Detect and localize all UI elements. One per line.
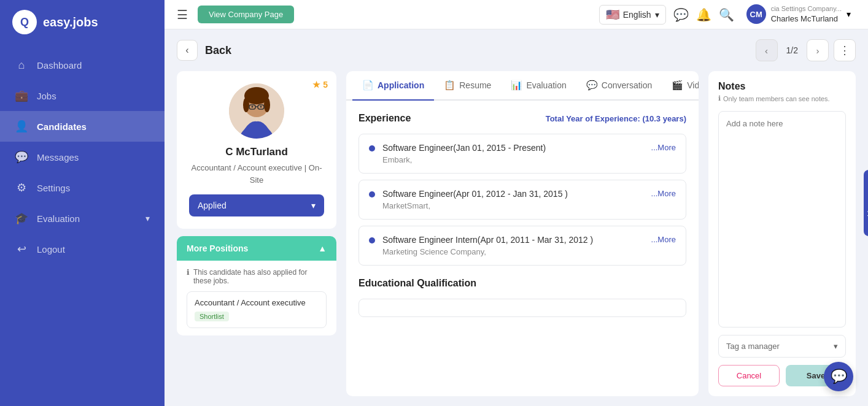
bell-icon[interactable]: 🔔 <box>696 7 711 22</box>
resume-tab-icon: 📋 <box>444 80 455 91</box>
topbar: ☰ View Company Page 🇺🇸 English ▾ 💬 🔔 🔍 C… <box>165 0 868 29</box>
candidates-icon: 👤 <box>15 120 28 133</box>
logout-icon: ↩ <box>15 242 28 256</box>
menu-icon[interactable]: ☰ <box>177 7 188 22</box>
three-col-layout: ★ 5 <box>177 71 856 396</box>
language-selector[interactable]: 🇺🇸 English ▾ <box>599 5 666 25</box>
tab-resume[interactable]: 📋 Resume <box>434 71 501 101</box>
sidebar-label-dashboard: Dashboard <box>37 60 82 71</box>
info-icon: ℹ <box>187 268 190 277</box>
sidebar-nav: ⌂ Dashboard 💼 Jobs 👤 Candidates 💬 Messag… <box>0 44 165 406</box>
nav-count: 1/2 <box>783 45 802 55</box>
star-count: 5 <box>323 80 328 90</box>
tag-manager-dropdown[interactable]: Tag a manager ▾ <box>718 335 846 358</box>
user-menu[interactable]: CM cia Settings Company... Charles McTur… <box>742 2 856 28</box>
view-company-button[interactable]: View Company Page <box>198 6 294 23</box>
chat-icon[interactable]: 💬 <box>673 7 689 22</box>
svg-point-9 <box>260 106 262 108</box>
tab-video[interactable]: 🎬 Video <box>662 71 699 101</box>
education-title: Educational Qualification <box>358 278 476 289</box>
sidebar-item-candidates[interactable]: 👤 Candidates <box>0 111 165 142</box>
experience-years: Total Year of Experience: (10.3 years) <box>546 114 686 123</box>
exp-card-1: Software Engineer(Apr 01, 2012 - Jan 31,… <box>358 180 686 220</box>
sidebar-item-logout[interactable]: ↩ Logout <box>0 234 165 264</box>
education-section: Educational Qualification <box>358 278 686 317</box>
sidebar-label-evaluation: Evaluation <box>37 213 80 224</box>
status-chevron-icon: ▾ <box>311 201 316 210</box>
talk-to-support[interactable]: Talk to Support <box>864 170 868 236</box>
candidate-name: C McTurland <box>225 146 288 158</box>
video-tab-icon: 🎬 <box>672 80 683 91</box>
exp-more-0[interactable]: ...More <box>651 143 676 152</box>
cancel-button[interactable]: Cancel <box>718 365 780 386</box>
tab-conversation-label: Conversation <box>602 80 653 90</box>
search-icon[interactable]: 🔍 <box>719 7 734 22</box>
sidebar-label-logout: Logout <box>37 244 65 255</box>
back-button[interactable]: ‹ <box>177 40 198 61</box>
exp-dot-0 <box>369 145 375 151</box>
chat-bubble-icon: 💬 <box>831 369 847 385</box>
edu-card <box>358 299 686 317</box>
exp-company-1: MarketSmart, <box>382 201 644 210</box>
status-label: Applied <box>198 201 227 210</box>
education-header: Educational Qualification <box>358 278 686 289</box>
svg-point-4 <box>264 98 270 112</box>
star-icon: ★ <box>312 80 320 90</box>
brand-name: easy.jobs <box>43 15 98 29</box>
more-options-button[interactable]: ⋮ <box>834 39 856 61</box>
exp-more-2[interactable]: ...More <box>651 235 676 244</box>
user-chevron-icon: ▾ <box>847 9 851 19</box>
experience-header: Experience Total Year of Experience: (10… <box>358 113 686 124</box>
exp-card-2: Software Engineer Intern(Apr 01, 2011 - … <box>358 226 686 266</box>
position-title: Accountant / Account executive <box>195 298 319 307</box>
sidebar-item-jobs[interactable]: 💼 Jobs <box>0 80 165 111</box>
tab-evaluation[interactable]: 📊 Evaluation <box>501 71 576 101</box>
tab-bar: 📄 Application 📋 Resume 📊 Evaluation 💬 Co… <box>346 71 699 101</box>
flag-icon: 🇺🇸 <box>606 8 619 21</box>
svg-point-8 <box>252 106 254 108</box>
svg-point-3 <box>243 98 249 112</box>
tab-application-label: Application <box>378 80 424 90</box>
language-label: English <box>623 10 651 20</box>
exp-dot-1 <box>369 191 375 197</box>
tab-application[interactable]: 📄 Application <box>352 71 434 101</box>
back-header: ‹ Back ‹ 1/2 › ⋮ <box>177 39 856 61</box>
exp-title-0: Software Engineer(Jan 01, 2015 - Present… <box>382 143 644 153</box>
main-area: ☰ View Company Page 🇺🇸 English ▾ 💬 🔔 🔍 C… <box>165 0 868 406</box>
sidebar-item-evaluation[interactable]: 🎓 Evaluation ▾ <box>0 203 165 234</box>
candidate-card: ★ 5 <box>177 71 336 229</box>
chat-bubble[interactable]: 💬 <box>824 362 853 391</box>
status-dropdown[interactable]: Applied ▾ <box>189 194 324 216</box>
settings-icon: ⚙ <box>15 181 28 194</box>
sidebar-label-jobs: Jobs <box>37 91 56 101</box>
notes-panel: Notes ℹ Only team members can see notes.… <box>708 71 856 396</box>
next-button[interactable]: › <box>807 39 829 61</box>
sidebar-item-messages[interactable]: 💬 Messages <box>0 142 165 172</box>
exp-more-1[interactable]: ...More <box>651 189 676 198</box>
info-icon-notes: ℹ <box>718 94 721 102</box>
sidebar-label-messages: Messages <box>37 152 79 163</box>
exp-company-0: Embark, <box>382 155 644 164</box>
sidebar-item-dashboard[interactable]: ⌂ Dashboard <box>0 50 165 80</box>
experience-years-value: (10.3 years) <box>642 114 686 123</box>
candidate-avatar <box>229 83 284 139</box>
user-company: cia Settings Company... <box>771 4 842 13</box>
more-positions-title: More Positions <box>187 243 248 253</box>
prev-button[interactable]: ‹ <box>756 39 778 61</box>
experience-title: Experience <box>358 113 411 124</box>
notes-subtitle: ℹ Only team members can see notes. <box>718 94 846 102</box>
middle-panel: 📄 Application 📋 Resume 📊 Evaluation 💬 Co… <box>346 71 699 396</box>
more-positions-header[interactable]: More Positions ▲ <box>177 236 336 261</box>
positions-note: ℹ This candidate has also applied for th… <box>187 268 327 285</box>
notes-textarea[interactable] <box>718 111 846 327</box>
right-panel: Notes ℹ Only team members can see notes.… <box>708 71 856 396</box>
exp-card-0: Software Engineer(Jan 01, 2015 - Present… <box>358 134 686 174</box>
tab-conversation[interactable]: 💬 Conversation <box>576 71 662 101</box>
shortlist-badge: Shortlist <box>195 312 229 321</box>
sidebar-label-candidates: Candidates <box>37 121 87 132</box>
collapse-icon: ▲ <box>318 243 327 253</box>
sidebar-item-settings[interactable]: ⚙ Settings <box>0 172 165 203</box>
tag-chevron-icon: ▾ <box>834 342 838 351</box>
more-positions-body: ℹ This candidate has also applied for th… <box>177 261 336 335</box>
position-item[interactable]: Accountant / Account executive Shortlist <box>187 291 327 328</box>
